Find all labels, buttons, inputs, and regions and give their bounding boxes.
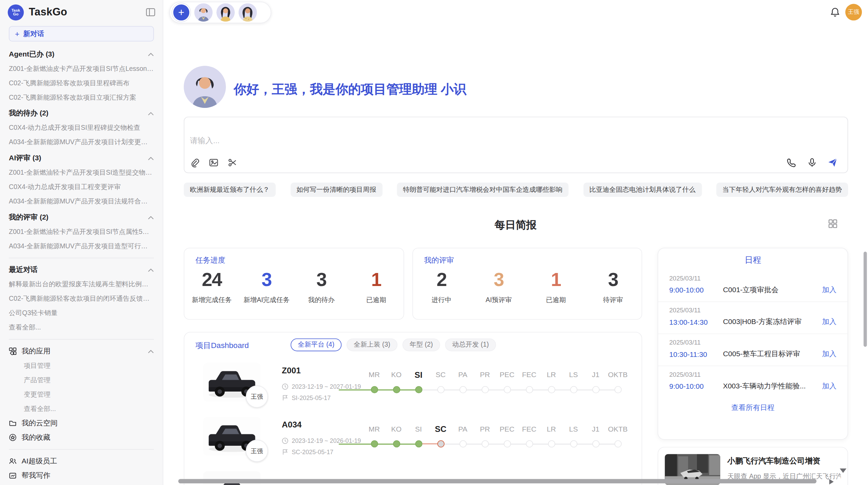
add-agent-button[interactable]: + (172, 3, 190, 22)
milestone-dot (437, 386, 444, 393)
milestone-dot (415, 386, 422, 393)
image-icon[interactable] (209, 158, 219, 167)
project-row-a034[interactable]: 王强 A034 2023-12-19 ~ 2026-01-19 SC-2025-… (184, 413, 642, 467)
schedule-time: 13:00-14:30 (669, 318, 723, 326)
schedule-date: 2025/03/11 (669, 307, 836, 313)
sidebar-item-favorites[interactable]: 我的收藏 (9, 430, 154, 445)
input-toolbar-right (787, 158, 838, 167)
section-header-recent-chats[interactable]: 最近对话 (9, 263, 154, 277)
new-chat-label: 新对话 (23, 29, 44, 38)
stat-label: 我的待办 (308, 295, 335, 304)
chevron-up-icon[interactable] (148, 156, 154, 160)
my-review-card: 我的评审 2 进行中 3 AI预评审 1 已逾期 3 待评审 (412, 248, 642, 320)
recent-chat-item[interactable]: 解释最新出台的欧盟报废车法规再生塑料比例被调至15%... (9, 277, 154, 291)
view-all-schedule-link[interactable]: 查看所有日程 (658, 403, 847, 413)
suggestion-chip[interactable]: 欧洲新规最近颁布了什么？ (184, 183, 276, 197)
sidebar-item[interactable]: C0X4-动力总成开发项目SI里程碑提交物检查 (9, 121, 154, 135)
milestone-dot (371, 386, 378, 393)
sidebar-item[interactable]: Z001-全新燃油轻卡产品开发项目SI造型提交物评审 (9, 165, 154, 180)
join-link[interactable]: 加入 (822, 317, 836, 327)
section-header-agent-done[interactable]: Agent已办 (3) (9, 47, 154, 61)
apps-view-all-link[interactable]: 查看全部... (9, 401, 154, 416)
stat-label: 已逾期 (546, 295, 566, 304)
project-flag: SI-2025-05-17 (282, 394, 331, 401)
join-link[interactable]: 加入 (822, 285, 836, 295)
suggestion-chip[interactable]: 当下年轻人对汽车外观有怎样的喜好趋势 (716, 183, 848, 197)
recent-view-all-link[interactable]: 查看全部... (9, 320, 154, 335)
schedule-date: 2025/03/11 (669, 371, 836, 378)
sidebar-collapse-icon[interactable] (146, 7, 156, 17)
sidebar-item-ai-super-staff[interactable]: AI超级员工 (9, 454, 154, 469)
suggestion-chip[interactable]: 如何写一份清晰的项目周报 (290, 183, 382, 197)
chevron-up-icon[interactable] (148, 111, 154, 115)
task-progress-title: 任务进度 (195, 256, 225, 265)
suggestion-chip[interactable]: 比亚迪全固态电池计划具体说了什么 (583, 183, 702, 197)
attachment-icon[interactable] (190, 158, 200, 167)
chevron-up-icon[interactable] (148, 268, 154, 272)
horizontal-scrollbar-thumb[interactable] (178, 479, 817, 483)
sidebar-item[interactable]: C0X4-动力总成开发项目工程变更评审 (9, 180, 154, 194)
sidebar-item[interactable]: A034-全新新能源MUV产品开发项目法规符合性评审 (9, 194, 154, 209)
new-chat-button[interactable]: + 新对话 (9, 26, 154, 41)
chat-input[interactable] (190, 136, 522, 145)
section-header-my-todo[interactable]: 我的待办 (2) (9, 106, 154, 121)
sidebar-item-help-me-write[interactable]: 帮我写作 (9, 469, 154, 483)
project-row-z001[interactable]: 王强 Z001 2023-12-19 ~ 2027-01-19 SI-2025-… (184, 359, 642, 413)
project-flag-text: SC-2025-05-17 (292, 449, 333, 455)
notification-bell-icon[interactable] (830, 7, 840, 17)
milestone-track: MR KO SI SC PA PR PEC FEC LR LS J1 OKTB (363, 369, 629, 393)
agent-avatar-2[interactable] (216, 3, 234, 22)
filter-chip-powertrain[interactable]: 动总开发 (1) (445, 338, 496, 351)
suggestion-chip[interactable]: 特朗普可能对进口汽车增税会对中国车企造成哪些影响 (397, 183, 569, 197)
app-item-product-mgmt[interactable]: 产品管理 (9, 373, 154, 387)
section-header-my-review[interactable]: 我的评审 (2) (9, 210, 154, 225)
layout-grid-icon[interactable] (828, 219, 837, 228)
agent-avatar-1[interactable] (194, 3, 213, 22)
sidebar-item[interactable]: Z001-全新燃油皮卡产品开发项目SI节点Lesson Learn报告 (9, 61, 154, 76)
project-owner-badge: 王强 (246, 440, 268, 462)
recent-chat-item[interactable]: C02-飞腾新能源轻客改款项目的闭环通告反馈情况 (9, 291, 154, 306)
agent-avatar-3[interactable] (239, 3, 257, 22)
app-item-change-mgmt[interactable]: 变更管理 (9, 387, 154, 401)
stat-value: 3 (262, 268, 272, 290)
sidebar-item[interactable]: C02-飞腾新能源轻客改款项目立项汇报方案 (9, 90, 154, 104)
sidebar-item-my-apps[interactable]: 我的应用 (9, 344, 154, 358)
app-logo: Task Go (8, 4, 24, 20)
sidebar-item[interactable]: Z001-全新燃油轻卡产品开发项目SI节点属性5D文件评审 (9, 225, 154, 239)
user-avatar[interactable]: 王强 (845, 4, 862, 20)
daily-brief-title: 每日简报 (163, 218, 868, 232)
scroll-right-arrow[interactable] (829, 479, 834, 484)
project-flag-text: SI-2025-05-17 (292, 394, 331, 401)
filter-chip-new-body[interactable]: 全新上装 (3) (347, 338, 398, 351)
scroll-down-arrow[interactable] (840, 469, 846, 473)
filter-chip-year-model[interactable]: 年型 (2) (402, 338, 440, 351)
scissors-icon[interactable] (228, 158, 238, 167)
milestone-dot (393, 386, 400, 393)
sidebar-item-cloud-space[interactable]: 我的云空间 (9, 416, 154, 430)
section-header-ai-review[interactable]: AI评审 (3) (9, 151, 154, 165)
schedule-time: 10:30-11:30 (669, 350, 723, 358)
recent-chat-item[interactable]: 公司Q3轻卡销量 (9, 306, 154, 320)
filter-chip-new-platform[interactable]: 全新平台 (4) (291, 338, 342, 351)
chevron-up-icon[interactable] (148, 349, 154, 353)
send-icon[interactable] (828, 158, 837, 167)
milestone-dot (592, 440, 599, 447)
flag-icon (282, 394, 288, 401)
grid-icon (9, 347, 17, 355)
microphone-icon[interactable] (807, 158, 817, 167)
schedule-event-title: C003|H0B-方案冻结评审 (723, 317, 822, 327)
chevron-up-icon[interactable] (148, 215, 154, 219)
app-item-project-mgmt[interactable]: 项目管理 (9, 358, 154, 373)
chevron-up-icon[interactable] (148, 52, 154, 56)
sidebar-item[interactable]: A034-全新新能源MUV产品开发项目计划变更表编写 (9, 135, 154, 149)
schedule-date: 2025/03/11 (669, 339, 836, 346)
sidebar-item[interactable]: A034-全新新能源MUV产品开发项目造型可行性评审 (9, 239, 154, 253)
phone-icon[interactable] (787, 158, 797, 167)
sidebar-item[interactable]: C02-飞腾新能源轻客改款项目里程碑画布 (9, 76, 154, 90)
vertical-scrollbar-thumb[interactable] (864, 252, 867, 347)
sidebar-item-creative-drawing[interactable]: 创意制图 (9, 483, 154, 485)
join-link[interactable]: 加入 (822, 349, 836, 359)
join-link[interactable]: 加入 (822, 381, 836, 391)
chat-input-card (184, 117, 848, 173)
help-me-write-label: 帮我写作 (22, 471, 50, 481)
